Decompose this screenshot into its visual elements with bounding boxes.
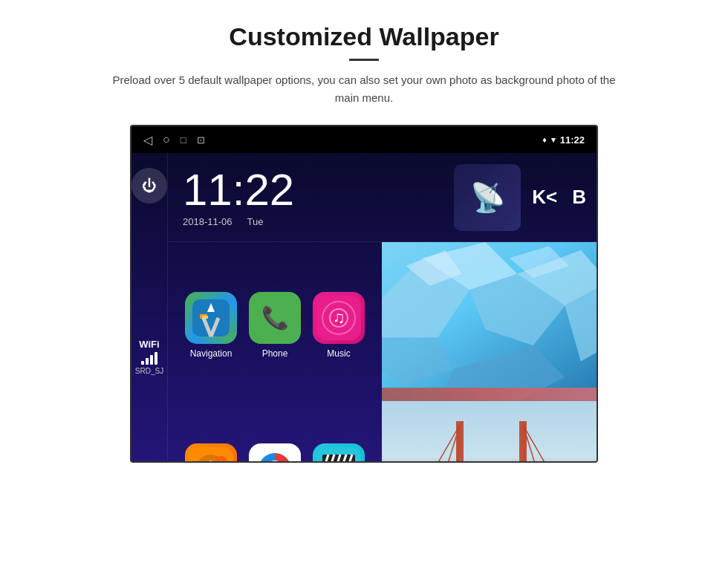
status-bar: ◁ ○ □ ⊡ ♦ ▾ 11:22 [131,126,597,153]
navigation-icon: 280 [185,292,237,344]
btmusic-icon: ℬ ♫ [185,443,237,463]
svg-text:📞: 📞 [261,305,290,331]
app-grid: 280 Navigation 📞 [168,242,382,463]
power-button[interactable]: ⏻ [131,168,167,204]
phone-label: Phone [262,348,288,359]
wifi-info: WiFi SRD_SJ [135,339,163,375]
home-icon[interactable]: ○ [163,133,170,146]
status-bar-left: ◁ ○ □ ⊡ [143,133,205,147]
video-svg [316,447,361,463]
back-icon[interactable]: ◁ [143,133,152,147]
center-right: 11:22 2018-11-06 Tue 📡 K< B [168,153,598,463]
svg-text:♫: ♫ [333,308,345,327]
recent-icon[interactable]: □ [181,134,186,146]
device-frame: ◁ ○ □ ⊡ ♦ ▾ 11:22 ⏻ WiFi [130,125,598,463]
bridge-wallpaper-svg [382,401,598,463]
phone-icon: 📞 [249,292,301,344]
wallpaper-bar-accent [382,388,598,401]
main-content: ⏻ WiFi SRD_SJ ⊞ [131,153,597,463]
app-item-music[interactable]: ♫ Music [307,250,371,401]
chrome-svg [253,447,297,463]
title-divider [349,59,379,61]
page-description: Preload over 5 default wallpaper options… [111,71,617,107]
page-title: Customized Wallpaper [229,22,498,51]
video-icon [313,443,365,463]
navigation-svg: 280 [189,296,233,340]
wifi-bar-3 [150,355,153,365]
clock-date: 2018-11-06 [183,216,233,227]
wifi-bar-1 [141,361,144,365]
ki-icon: K< [532,186,557,209]
left-sidebar: ⏻ WiFi SRD_SJ ⊞ [131,153,168,463]
page-container: Customized Wallpaper Preload over 5 defa… [0,0,728,563]
wifi-bars [135,352,163,365]
btmusic-svg: ℬ ♫ [189,447,233,463]
wifi-bar-2 [146,358,149,365]
music-label: Music [327,348,350,359]
power-icon: ⏻ [142,178,157,195]
clock-time: 11:22 [183,168,446,212]
phone-svg: 📞 [253,296,297,340]
app-item-btmusic[interactable]: ℬ ♫ BT Music [179,401,243,463]
app-grid-right: 280 Navigation 📞 [168,242,598,463]
wallpaper-bridge[interactable]: CarSetting [382,401,598,463]
time-date-block: 11:22 2018-11-06 Tue [183,168,446,227]
music-icon: ♫ [313,292,365,344]
wifi-bar-4 [155,352,157,365]
svg-text:♫: ♫ [218,458,224,463]
svg-rect-41 [382,401,598,463]
wallpaper-ice[interactable] [382,242,598,401]
svg-text:280: 280 [202,315,209,319]
ice-wallpaper-svg [382,242,598,401]
status-time: 11:22 [560,134,585,146]
b-icon: B [572,186,586,209]
wifi-label: WiFi [135,339,163,350]
svg-rect-42 [382,458,598,463]
time-widget-row: 11:22 2018-11-06 Tue 📡 K< B [168,153,598,242]
location-icon: ♦ [542,135,547,144]
extra-icons: K< B [532,186,586,209]
radio-widget[interactable]: 📡 [454,164,521,231]
wifi-ssid: SRD_SJ [135,367,163,375]
chrome-icon [249,443,301,463]
clock-date-row: 2018-11-06 Tue [183,216,446,227]
app-item-phone[interactable]: 📞 Phone [243,250,307,401]
radio-signal-icon: 📡 [470,181,505,214]
app-item-chrome[interactable]: Chrome [243,401,307,463]
wifi-icon: ▾ [551,135,556,145]
app-item-video[interactable]: Video [307,401,371,463]
music-svg: ♫ [316,296,361,340]
clock-day: Tue [247,216,264,227]
right-wallpaper-panel: CarSetting [382,242,598,463]
screenshot-icon[interactable]: ⊡ [197,134,205,146]
app-item-navigation[interactable]: 280 Navigation [179,250,243,401]
navigation-label: Navigation [190,348,233,359]
status-bar-right: ♦ ▾ 11:22 [542,134,585,146]
